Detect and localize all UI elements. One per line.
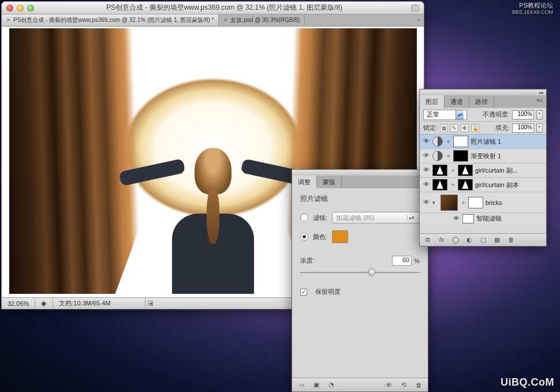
close-tab-icon[interactable]: ✕ <box>223 17 228 23</box>
proxy-icon[interactable] <box>411 5 419 12</box>
visibility-icon[interactable]: 👁 <box>422 137 430 145</box>
link-layers-icon[interactable]: ⧉ <box>423 236 432 244</box>
color-label: 颜色: <box>313 233 327 241</box>
preserve-checkbox[interactable] <box>300 289 307 296</box>
visibility-icon[interactable]: 👁 <box>422 152 430 160</box>
blend-mode-dropdown[interactable]: 正常 ▴▾ <box>423 110 467 120</box>
layer-name[interactable]: 照片滤镜 1 <box>471 137 501 146</box>
zoom-level[interactable]: 32.05% <box>2 298 35 309</box>
trash-icon[interactable]: 🗑 <box>414 381 423 389</box>
zoom-icon[interactable] <box>27 5 34 12</box>
tab-channels[interactable]: 通道 <box>445 95 469 108</box>
layers-list: 👁 ⎆ 照片滤镜 1 👁 ⎆ 渐变映射 1 👁 ⎆ girl/curtain 副… <box>420 135 546 223</box>
visibility-icon[interactable]: 👁 <box>422 181 430 189</box>
tabs-overflow-icon[interactable]: » <box>414 17 424 23</box>
opacity-label: 不透明度: <box>483 110 510 119</box>
lock-transparent-icon[interactable]: ▦ <box>440 124 448 132</box>
mask-icon[interactable]: ◯ <box>451 236 460 244</box>
panel-menu-icon[interactable]: ▾≡ <box>533 95 546 108</box>
mask-thumb[interactable] <box>458 179 473 191</box>
clip-icon[interactable]: ◔ <box>327 381 336 389</box>
mask-thumb[interactable] <box>453 136 468 147</box>
density-input[interactable]: 60 <box>392 256 412 266</box>
tab-document-2[interactable]: ✕ 女孩.psd @ 30.3%(RGB/8) <box>219 14 305 26</box>
visibility-icon[interactable]: 👁 <box>452 215 460 223</box>
smart-filters-row[interactable]: 👁 智能滤镜 <box>420 213 546 223</box>
window-title: PS创意合成 - 撕裂的墙壁www.ps369.com @ 32.1% (照片滤… <box>38 3 411 13</box>
link-icon[interactable]: ⎆ <box>445 139 451 144</box>
adjustments-body: 照片滤镜 滤镜: 加温滤镜 (85) ▴▾ 颜色: 浓度: 60 % 保留明度 <box>292 188 428 309</box>
percent-label: % <box>414 257 420 264</box>
filter-dropdown[interactable]: 加温滤镜 (85) ▴▾ <box>332 212 420 223</box>
link-icon[interactable]: ⎆ <box>450 167 456 173</box>
tab-masks[interactable]: 蒙版 <box>317 176 342 188</box>
link-icon[interactable]: ⎆ <box>445 153 451 159</box>
close-icon[interactable] <box>6 5 13 12</box>
new-layer-icon[interactable]: ▦ <box>492 236 502 244</box>
fill-stepper[interactable]: ▸ <box>536 124 543 133</box>
mask-thumb[interactable] <box>453 150 468 162</box>
layer-name[interactable]: girl/curtain 副... <box>475 166 518 175</box>
close-tab-icon[interactable]: ✕ <box>6 17 11 23</box>
titlebar[interactable]: PS创意合成 - 撕裂的墙壁www.ps369.com @ 32.1% (照片滤… <box>2 2 424 14</box>
lock-all-icon[interactable]: 🔒 <box>471 124 479 132</box>
color-radio[interactable] <box>300 233 308 241</box>
doc-info[interactable]: 文档:10.3M/65.4M <box>53 298 145 309</box>
back-icon[interactable]: ◅ <box>297 381 306 389</box>
visibility-icon[interactable]: 👁 <box>422 199 430 207</box>
lock-position-icon[interactable]: ✥ <box>461 124 469 132</box>
layer-name[interactable]: bricks <box>486 199 502 206</box>
scroll-left-icon[interactable]: ◀ <box>148 301 153 306</box>
chevron-right-icon: ▸▸ <box>539 90 544 95</box>
visibility-icon[interactable]: 👁 <box>422 166 430 174</box>
panel-collapse[interactable]: ▸▸ <box>420 89 546 95</box>
mask-thumb[interactable] <box>458 165 473 176</box>
layer-row[interactable]: 👁 ⎆ girl/curtain 副... <box>420 163 546 178</box>
filter-radio[interactable] <box>300 214 308 222</box>
layer-thumb[interactable] <box>432 165 447 176</box>
group-icon[interactable]: ▢ <box>479 236 488 244</box>
layer-name[interactable]: girl/curtain 副本 <box>475 181 519 189</box>
visibility-icon[interactable]: 👁 <box>384 381 393 389</box>
adjustment-icon[interactable]: ◐ <box>465 236 474 244</box>
color-swatch[interactable] <box>332 230 348 243</box>
density-label: 浓度: <box>300 256 315 265</box>
watermark-bottom: UiBQ.CoM <box>501 376 554 389</box>
fill-input[interactable]: 100% <box>512 124 534 133</box>
preserve-label: 保留明度 <box>315 288 341 296</box>
link-icon[interactable]: ⎆ <box>450 182 456 188</box>
panel-collapse[interactable]: ▸▸ <box>292 170 428 176</box>
slider-thumb[interactable] <box>367 268 376 277</box>
panel-tabs: 调整 蒙版 ▾≡ <box>292 176 428 188</box>
reset-icon[interactable]: ⟲ <box>399 381 408 389</box>
opacity-stepper[interactable]: ▸ <box>536 110 543 120</box>
trash-icon[interactable]: 🗑 <box>506 236 516 244</box>
link-icon[interactable]: ⎆ <box>460 200 466 206</box>
layer-row[interactable]: 👁 ⎆ 照片滤镜 1 <box>420 135 546 149</box>
layer-row[interactable]: 👁 ⎆ girl/curtain 副本 <box>420 178 546 192</box>
fx-icon[interactable]: fx <box>437 236 446 244</box>
tab-paths[interactable]: 路径 <box>469 95 494 108</box>
minimize-icon[interactable] <box>17 5 24 12</box>
density-slider[interactable] <box>300 268 420 278</box>
adjustments-panel: ▸▸ 调整 蒙版 ▾≡ 照片滤镜 滤镜: 加温滤镜 (85) ▴▾ 颜色: 浓度… <box>292 169 428 392</box>
document-tabs: ✕ PS创意合成 - 撕裂的墙壁www.ps369.com @ 32.1% (照… <box>2 14 424 27</box>
layer-thumb[interactable] <box>440 195 458 211</box>
filter-mask-thumb[interactable] <box>462 214 474 223</box>
disclosure-icon[interactable]: ▾ <box>432 200 438 206</box>
adjustment-thumb-icon[interactable] <box>432 151 443 161</box>
opacity-input[interactable]: 100% <box>512 110 534 120</box>
expand-icon[interactable]: ▣ <box>312 381 321 389</box>
layer-name[interactable]: 渐变映射 1 <box>471 152 501 160</box>
tab-document-1[interactable]: ✕ PS创意合成 - 撕裂的墙壁www.ps369.com @ 32.1% (照… <box>2 14 219 26</box>
layer-row[interactable]: 👁 ▾ ⎆ bricks <box>420 192 546 213</box>
layer-row[interactable]: 👁 ⎆ 渐变映射 1 <box>420 149 546 163</box>
layer-thumb[interactable] <box>432 179 447 191</box>
nav-icon[interactable]: ◉ <box>35 298 53 309</box>
adjustments-footer: ◅ ▣ ◔ 👁 ⟲ 🗑 <box>292 378 428 391</box>
adjustment-thumb-icon[interactable] <box>432 136 443 147</box>
tab-layers[interactable]: 图层 <box>420 95 445 108</box>
mask-thumb[interactable] <box>468 197 483 208</box>
lock-pixels-icon[interactable]: ✎ <box>450 124 458 132</box>
tab-adjustments[interactable]: 调整 <box>292 176 317 188</box>
